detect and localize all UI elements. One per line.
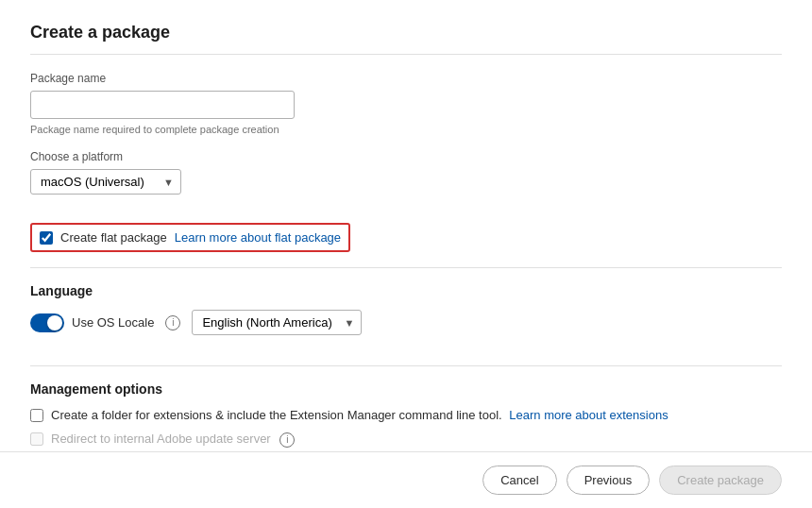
extensions-option-text-wrapper: Create a folder for extensions & include…: [51, 408, 668, 422]
platform-select[interactable]: macOS (Universal) Windows (32 bit) Windo…: [30, 169, 181, 195]
language-select[interactable]: English (North America) French German Sp…: [192, 310, 362, 335]
platform-section: Choose a platform macOS (Universal) Wind…: [30, 150, 782, 195]
flat-package-link[interactable]: Learn more about flat package: [175, 230, 341, 245]
page-container: Create a package Package name Package na…: [0, 0, 812, 508]
package-name-hint: Package name required to complete packag…: [30, 124, 782, 135]
use-os-locale-toggle[interactable]: [30, 313, 64, 332]
use-os-locale-label: Use OS Locale: [72, 315, 154, 330]
previous-button[interactable]: Previous: [567, 466, 651, 495]
redirect-option: Redirect to internal Adobe update server…: [30, 432, 782, 448]
extensions-option: Create a folder for extensions & include…: [30, 408, 782, 422]
redirect-checkbox[interactable]: [30, 432, 43, 446]
flat-package-checkbox[interactable]: [40, 231, 53, 245]
package-name-section: Package name Package name required to co…: [30, 72, 782, 135]
extensions-option-label: Create a folder for extensions & include…: [51, 408, 502, 422]
title-divider: [30, 54, 782, 55]
footer: Cancel Previous Create package: [0, 451, 812, 508]
platform-select-wrapper: macOS (Universal) Windows (32 bit) Windo…: [30, 169, 181, 195]
use-os-locale-info-icon[interactable]: i: [165, 315, 180, 330]
package-name-input[interactable]: [30, 91, 295, 119]
platform-label: Choose a platform: [30, 150, 782, 163]
cancel-button[interactable]: Cancel: [482, 466, 556, 495]
flat-package-row: Create flat package Learn more about fla…: [30, 223, 350, 252]
create-package-button[interactable]: Create package: [659, 466, 782, 495]
language-section: Language Use OS Locale i English (North …: [30, 283, 782, 335]
extensions-learn-more-link[interactable]: Learn more about extensions: [509, 408, 668, 422]
management-section-title: Management options: [30, 381, 782, 397]
toggle-wrapper: Use OS Locale: [30, 313, 154, 332]
section-divider-1: [30, 267, 782, 268]
toggle-knob: [47, 315, 62, 330]
page-title: Create a package: [30, 23, 782, 42]
redirect-info-icon[interactable]: i: [279, 432, 295, 448]
package-name-label: Package name: [30, 72, 782, 85]
redirect-option-label: Redirect to internal Adobe update server: [51, 432, 271, 446]
language-row: Use OS Locale i English (North America) …: [30, 310, 782, 335]
flat-package-label: Create flat package: [60, 230, 167, 245]
extensions-checkbox[interactable]: [30, 409, 43, 422]
redirect-option-text-wrapper: Redirect to internal Adobe update server…: [51, 432, 295, 448]
section-divider-2: [30, 365, 782, 366]
lang-select-wrapper: English (North America) French German Sp…: [192, 310, 362, 335]
language-section-title: Language: [30, 283, 782, 298]
